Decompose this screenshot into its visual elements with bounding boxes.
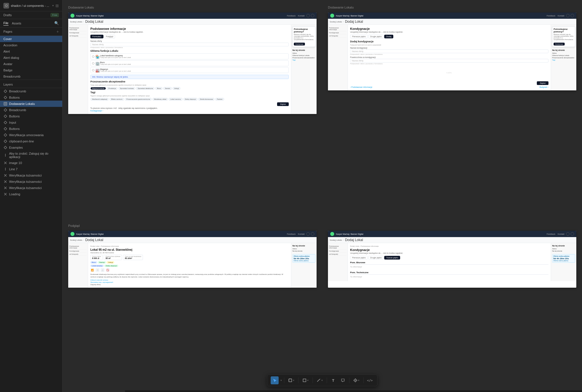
- layer-line-7[interactable]: Line 7: [0, 166, 62, 172]
- tab-pierwsze-pietro[interactable]: Pierwsze piętro: [350, 35, 368, 38]
- save-button-2[interactable]: Zapisz: [537, 81, 548, 85]
- tag-sprzedaz-hurtowa[interactable]: Sprzedaż hurtowa: [118, 87, 135, 90]
- file-tab[interactable]: File: [3, 21, 9, 26]
- layer-buttons-3[interactable]: Buttons: [0, 126, 62, 132]
- floor-section-biurowe: Pom. Biurowe Tu informacje: [350, 261, 548, 268]
- nav-link-feedback: Feedback: [287, 15, 296, 17]
- layer-dodawanie-lokalu[interactable]: Dodawanie Lokalu: [0, 101, 62, 107]
- layer-breadcrumb-1[interactable]: Breadcrumb: [0, 88, 62, 94]
- layer-examples[interactable]: Examples: [0, 144, 62, 151]
- sidebar-item-accordion[interactable]: Accordion: [0, 42, 62, 48]
- layer-weryfikacja-tozsamosci-2[interactable]: Weryfikacja tożsamości: [0, 179, 62, 185]
- wymaganiach-link[interactable]: Skontaktuj się z wymaganiach: [90, 281, 289, 283]
- layer-weryfikacja-tozsamosci-3[interactable]: Weryfikacja tożsamości: [0, 185, 62, 191]
- tab-trzecie[interactable]: Trzecie piętro: [384, 256, 400, 260]
- nav-links: Feedback Kontakt: [287, 15, 305, 17]
- breadcrumb-bar-4: Szukaj Lokalu › Dodaj Lokal: [328, 237, 576, 243]
- form-actions-2: Zapisz: [350, 81, 548, 85]
- assets-tab[interactable]: Assets: [12, 21, 21, 26]
- nav-logo-4: [330, 232, 334, 236]
- layer-image-10[interactable]: image 10: [0, 160, 62, 166]
- tab-pierwsze-2[interactable]: Pierwsze piętro: [350, 256, 368, 260]
- toolbar-divider-3: [313, 378, 313, 383]
- radio-biuro[interactable]: 🏢 Biuro Tutaj sub opis co to jest i po c…: [90, 60, 289, 66]
- tab-podglad[interactable]: Podgląd: [104, 35, 115, 38]
- page-body-1: Podstawowe informacje Kondygnacje od fot…: [68, 25, 317, 114]
- comment-tool-button[interactable]: [339, 376, 347, 384]
- frame-podglad-lokal: Kacper Machaj / Banner Digital Feedback …: [68, 231, 317, 288]
- tag-serwis[interactable]: Serwis: [163, 87, 172, 90]
- kond-nav: ‹ Podstawowe informacje Budynek ›: [350, 86, 548, 88]
- layer-breadcrumb-2[interactable]: Breadcrumb: [0, 107, 62, 113]
- canvas-content: Dodawanie Lokalu Kacper Machaj / Banner …: [63, 0, 582, 392]
- section-dodawanie-lokalu-2: Dodawanie Lokalu Kacper Machaj / Banner …: [328, 6, 576, 213]
- frame-tool-button[interactable]: ▾: [287, 377, 296, 383]
- tab-drugie-2[interactable]: Drugie piętro: [368, 256, 384, 260]
- tab-drugie-pietro[interactable]: Drugie piętro: [368, 35, 384, 38]
- tag-mozliwosc[interactable]: Możliwość adaptacji: [90, 98, 109, 101]
- input-nazwa-oferty[interactable]: Nazwa oferty: [90, 43, 289, 46]
- tag-modular[interactable]: Modułowy układ: [152, 98, 168, 101]
- layer-loading[interactable]: Loading: [0, 191, 62, 197]
- shape-tool-button[interactable]: ▾: [301, 377, 310, 383]
- select-tool-button[interactable]: [271, 376, 279, 384]
- layer-weryfikacja-tozsamosci-1[interactable]: Weryfikacja tożsamości: [0, 172, 62, 179]
- warunki-link[interactable]: Zobacź warunki umowy: [90, 279, 289, 281]
- help-btn-1[interactable]: Kontynuuj: [294, 43, 305, 45]
- tab-formularz[interactable]: Formularz: [90, 35, 103, 38]
- save-button-1[interactable]: Zapisz: [277, 102, 289, 106]
- sidebar-item-breadcrumb[interactable]: Breadcrumb: [0, 73, 62, 80]
- layer-clipboard[interactable]: clipboard-pen-line: [0, 138, 62, 144]
- component-tool-button[interactable]: ▾: [352, 377, 361, 383]
- tag-strefa[interactable]: Strefa biznesowa: [198, 98, 215, 101]
- layer-buttons-2[interactable]: Buttons: [0, 113, 62, 119]
- rp-funkcja: Główna funkcja Lokalu: [292, 55, 315, 56]
- sidebar-item-badge[interactable]: Badge: [0, 67, 62, 73]
- help-btn-2[interactable]: Kontynuuj: [554, 43, 565, 45]
- sidebar-item-avatar[interactable]: Avatar: [0, 61, 62, 67]
- tag-sprzedaz-detaliczna[interactable]: Sprzedaż detaliczna: [136, 87, 155, 90]
- layer-buttons-1[interactable]: Buttons: [0, 94, 62, 101]
- canvas-scroll-area[interactable]: Dodawanie Lokalu Kacper Machaj / Banner …: [63, 0, 582, 392]
- next-link-budynek[interactable]: Budynek ›: [539, 86, 548, 88]
- nav-kondygnacje: Kondygnacje: [69, 31, 87, 34]
- layer-aby-to-zrobic[interactable]: Aby to zrobić: Zaloguj się do aplikacji: [0, 151, 62, 160]
- toolbar-divider-6: [363, 378, 364, 383]
- input-powierzchnia[interactable]: Nazwa oferty: [350, 59, 548, 63]
- tag-biuro[interactable]: Biuro: [155, 87, 163, 90]
- prev-link[interactable]: ‹ Podstawowe informacje: [350, 86, 372, 88]
- select-dropdown-icon[interactable]: ▾: [280, 379, 282, 382]
- tag-narozny[interactable]: Lokal narożny: [169, 98, 182, 101]
- help-text-1: Możesz zwrócić się do naszego pośrednika…: [294, 34, 314, 40]
- tag-magazynowanie[interactable]: Magazynowanie: [90, 87, 106, 90]
- pen-tool-button[interactable]: ▾: [315, 377, 325, 383]
- tag-uslugi[interactable]: Usługi: [172, 87, 181, 90]
- tag-partiret[interactable]: Partiret: [215, 98, 224, 101]
- radio-lokal-handlowo[interactable]: 🏪 Lokal handlowo-usługowy Tutaj sub opis…: [90, 53, 289, 59]
- floor-section-techniczne: Pom. Techniczne Tu informacje: [350, 271, 548, 278]
- add-page-button[interactable]: +: [57, 29, 59, 34]
- tab-dodaj[interactable]: Dodaj: [384, 35, 393, 38]
- diamond-icon: [3, 139, 7, 143]
- next-nav[interactable]: Kondygnacje ›: [90, 110, 289, 112]
- help-title-2: Potrzebujesz pomocy?: [554, 28, 574, 33]
- sidebar-item-alert[interactable]: Alert: [0, 48, 62, 55]
- tag-gastro[interactable]: Przeznaczenie gastronomiczne: [125, 98, 152, 101]
- right-panel-3: Na tej stronie Adres Na tej stronie Ofer…: [291, 243, 317, 288]
- layer-input[interactable]: Input: [0, 119, 62, 126]
- code-tool-button[interactable]: </>: [366, 376, 374, 384]
- rp-adres-4: Adres: [552, 248, 575, 250]
- radio-magazyn[interactable]: 🏭 Magazyn Tutaj sub opis co to jest i po…: [90, 67, 289, 73]
- text-tool-button[interactable]: T: [329, 376, 337, 384]
- search-icon[interactable]: 🔍: [54, 21, 59, 25]
- tag-blisko[interactable]: Blisko centrum: [109, 98, 124, 101]
- preview-tags-row: Biuro Startup Usługi: [90, 261, 289, 264]
- input-nazwa-kond[interactable]: Nazwa oferty: [350, 49, 548, 53]
- tag-depozyt[interactable]: Dobry depozyt: [183, 98, 198, 101]
- nav-brand: Kacper Machaj / Banner Digital: [76, 15, 104, 17]
- sidebar-item-cover[interactable]: Cover: [0, 36, 62, 42]
- tag-produkcja[interactable]: Produkcja: [107, 87, 118, 90]
- layer-weryfikacja-umocowania[interactable]: Weryfikacja umocowania: [0, 132, 62, 138]
- form-subtitle-2: Uzupełnij informacje niezbędne do ... że…: [350, 31, 548, 33]
- sidebar-item-alert-dialog[interactable]: Alert dialog: [0, 55, 62, 61]
